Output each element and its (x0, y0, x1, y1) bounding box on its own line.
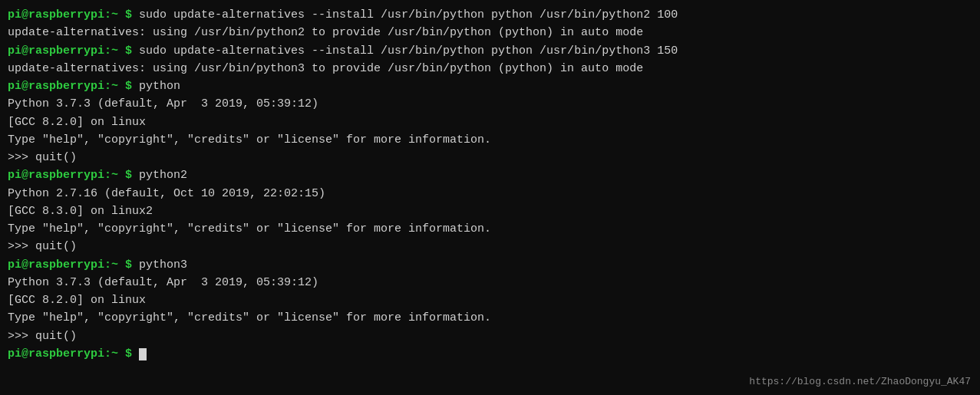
terminal-line: pi@raspberrypi:~ $ sudo update-alternati… (8, 42, 972, 60)
prompt-command: sudo update-alternatives --install /usr/… (132, 44, 678, 58)
terminal-line: pi@raspberrypi:~ $ python3 (8, 256, 972, 274)
terminal-line: Type "help", "copyright", "credits" or "… (8, 131, 972, 149)
prompt-command (132, 347, 139, 360)
terminal-line: [GCC 8.3.0] on linux2 (8, 202, 972, 220)
prompt-command: sudo update-alternatives --install /usr/… (132, 8, 678, 21)
terminal-line: pi@raspberrypi:~ $ python2 (8, 166, 972, 184)
terminal-line: Python 3.7.3 (default, Apr 3 2019, 05:39… (8, 95, 972, 113)
prompt-command: python (132, 80, 180, 93)
terminal-line: Type "help", "copyright", "credits" or "… (8, 220, 972, 238)
terminal-line: update-alternatives: using /usr/bin/pyth… (8, 24, 972, 41)
prompt-command: python2 (132, 169, 187, 182)
prompt-user: pi@raspberrypi:~ $ (8, 347, 132, 360)
terminal-line: update-alternatives: using /usr/bin/pyth… (8, 60, 972, 77)
prompt-user: pi@raspberrypi:~ $ (8, 80, 132, 93)
terminal-line: Type "help", "copyright", "credits" or "… (8, 309, 972, 327)
terminal-line: >>> quit() (8, 238, 972, 255)
terminal-line: [GCC 8.2.0] on linux (8, 114, 972, 131)
prompt-user: pi@raspberrypi:~ $ (8, 169, 132, 182)
watermark: https://blog.csdn.net/ZhaoDongyu_AK47 (749, 376, 971, 387)
terminal-line: Python 3.7.3 (default, Apr 3 2019, 05:39… (8, 274, 972, 291)
terminal-line: Python 2.7.16 (default, Oct 10 2019, 22:… (8, 185, 972, 202)
terminal-line: pi@raspberrypi:~ $ (8, 345, 972, 363)
terminal-line: >>> quit() (8, 328, 972, 345)
prompt-user: pi@raspberrypi:~ $ (8, 8, 132, 21)
terminal-cursor (139, 348, 147, 360)
terminal-line: [GCC 8.2.0] on linux (8, 291, 972, 309)
prompt-command: python3 (132, 258, 187, 272)
terminal-line: pi@raspberrypi:~ $ sudo update-alternati… (8, 6, 972, 24)
terminal: pi@raspberrypi:~ $ sudo update-alternati… (0, 0, 980, 395)
terminal-content: pi@raspberrypi:~ $ sudo update-alternati… (8, 6, 972, 363)
prompt-user: pi@raspberrypi:~ $ (8, 44, 132, 58)
prompt-user: pi@raspberrypi:~ $ (8, 258, 132, 272)
terminal-line: >>> quit() (8, 149, 972, 166)
terminal-line: pi@raspberrypi:~ $ python (8, 77, 972, 95)
